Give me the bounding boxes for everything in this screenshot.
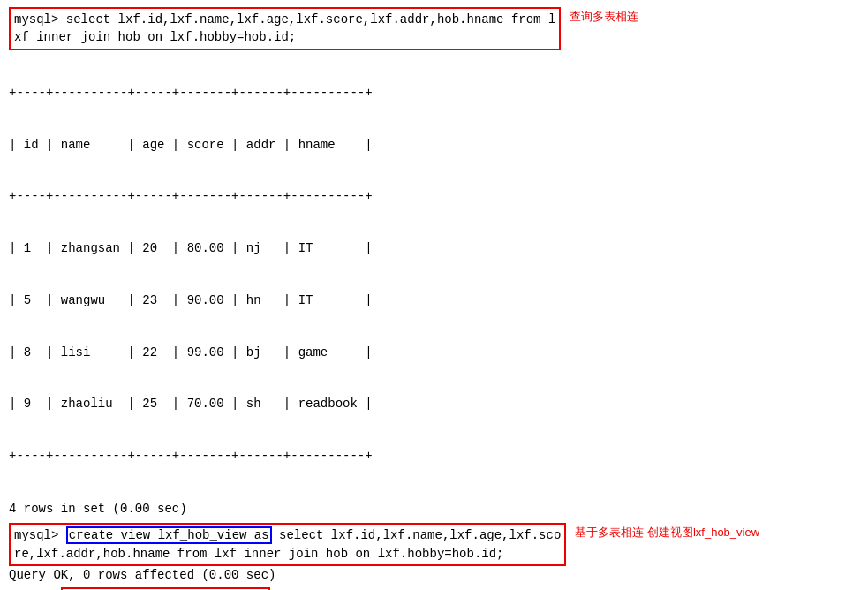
section1-row3: | 8 | lisi | 22 | 99.00 | bj | game | (9, 344, 859, 362)
section1-row1: | 1 | zhangsan | 20 | 80.00 | nj | IT | (9, 240, 859, 258)
section1-table: +----+----------+-----+-------+------+--… (9, 50, 859, 500)
section1-sql: select lxf.id,lxf.name,lxf.age,lxf.score… (14, 12, 555, 44)
main-container: mysql> select lxf.id,lxf.name,lxf.age,lx… (0, 0, 868, 590)
section1-label: 查询多表相连 (570, 9, 638, 25)
section1-sep1: +----+----------+-----+-------+------+--… (9, 85, 859, 102)
section1-rowcount: 4 rows in set (0.00 sec) (9, 500, 859, 518)
section2-prompt: mysql> (14, 528, 66, 542)
section1-sql-block: mysql> select lxf.id,lxf.name,lxf.age,lx… (9, 7, 561, 50)
section1-sep2: +----+----------+-----+-------+------+--… (9, 188, 859, 206)
section2-queryok: Query OK, 0 rows affected (0.00 sec) (9, 566, 859, 584)
section1-sep3: +----+----------+-----+-------+------+--… (9, 448, 859, 465)
section1-row4: | 9 | zhaoliu | 25 | 70.00 | sh | readbo… (9, 396, 859, 413)
section2-sql-block: mysql> create view lxf_hob_view as selec… (9, 523, 566, 566)
section2-sql-highlighted: create view lxf_hob_view as (66, 526, 272, 544)
section1-prompt: mysql> (14, 12, 66, 26)
section2-label: 基于多表相连 创建视图lxf_hob_view (575, 525, 759, 541)
section1-header: | id | name | age | score | addr | hname… (9, 137, 859, 155)
section2: mysql> create view lxf_hob_view as selec… (9, 523, 859, 584)
section1-row2: | 5 | wangwu | 23 | 90.00 | hn | IT | (9, 292, 859, 310)
section1: mysql> select lxf.id,lxf.name,lxf.age,lx… (9, 7, 859, 518)
